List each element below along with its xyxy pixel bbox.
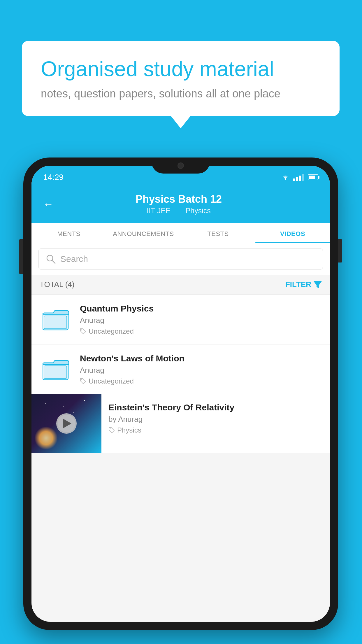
svg-rect-5 [44,316,67,329]
video-thumbnail [31,394,101,453]
planet-visual [34,426,58,450]
item-author: Anurag [80,366,322,375]
phone-screen: 14:29 [31,166,330,622]
item-thumbnail [40,353,72,385]
item-info: Einstein's Theory Of Relativity by Anura… [101,394,330,442]
item-tag: Uncategorized [80,377,322,385]
status-time: 14:29 [43,173,64,182]
item-title: Einstein's Theory Of Relativity [108,402,323,412]
svg-marker-3 [314,281,322,288]
item-info: Quantum Physics Anurag Uncategorized [80,304,322,335]
item-title: Quantum Physics [80,304,322,314]
search-placeholder: Search [60,254,88,264]
tab-ments[interactable]: MENTS [31,223,106,243]
speech-bubble-subtitle: notes, question papers, solutions all at… [41,88,321,100]
svg-point-9 [81,379,82,380]
svg-point-10 [110,428,111,429]
app-header: ← Physics Batch 12 IIT JEE Physics [31,187,330,223]
svg-line-2 [52,260,55,263]
svg-point-6 [81,329,82,330]
search-container: Search [31,243,330,275]
search-bar[interactable]: Search [38,249,323,270]
item-tag: Uncategorized [80,327,322,335]
video-list: Quantum Physics Anurag Uncategorized [31,295,330,453]
list-item[interactable]: Quantum Physics Anurag Uncategorized [31,295,330,344]
play-triangle-icon [63,419,71,428]
back-button[interactable]: ← [43,198,54,210]
speech-bubble-title: Organised study material [41,57,321,81]
item-info: Newton's Laws of Motion Anurag Uncategor… [80,354,322,385]
phone-notch [152,158,210,174]
tag-icon [80,378,86,384]
phone-outer: 14:29 [23,158,338,630]
item-author: by Anurag [108,415,323,424]
item-tag: Physics [108,426,323,434]
speech-bubble-container: Organised study material notes, question… [22,41,340,116]
tab-videos[interactable]: VIDEOS [255,223,330,243]
play-button[interactable] [56,413,77,434]
filter-bar: TOTAL (4) FILTER [31,275,330,295]
item-author: Anurag [80,316,322,325]
tab-tests[interactable]: TESTS [181,223,255,243]
tag-icon [108,427,115,433]
speech-bubble: Organised study material notes, question… [22,41,340,116]
tag-icon [80,328,86,335]
battery-icon [308,174,318,180]
total-count: TOTAL (4) [40,280,74,289]
svg-point-1 [47,255,53,261]
phone-frame: 14:29 [23,158,338,630]
subtitle-physics: Physics [186,206,211,215]
signal-icon [293,174,304,181]
folder-icon [43,308,69,331]
batch-title: Physics Batch 12 [62,193,295,205]
list-item[interactable]: Newton's Laws of Motion Anurag Uncategor… [31,344,330,394]
item-title: Newton's Laws of Motion [80,354,322,363]
search-icon [46,254,56,264]
filter-button[interactable]: FILTER [285,280,322,289]
svg-point-0 [285,179,286,180]
camera [178,162,184,169]
tab-bar: MENTS ANNOUNCEMENTS TESTS VIDEOS [31,223,330,243]
subtitle-iit: IIT JEE [147,206,171,215]
wifi-icon [281,174,290,181]
svg-rect-8 [44,366,67,379]
list-item[interactable]: Einstein's Theory Of Relativity by Anura… [31,394,330,453]
header-title-block: Physics Batch 12 IIT JEE Physics [62,193,295,215]
status-icons [281,174,318,181]
filter-icon [314,281,322,288]
item-thumbnail [40,303,72,335]
folder-icon [43,358,69,381]
batch-subtitle: IIT JEE Physics [62,206,295,215]
tab-announcements[interactable]: ANNOUNCEMENTS [106,223,181,243]
